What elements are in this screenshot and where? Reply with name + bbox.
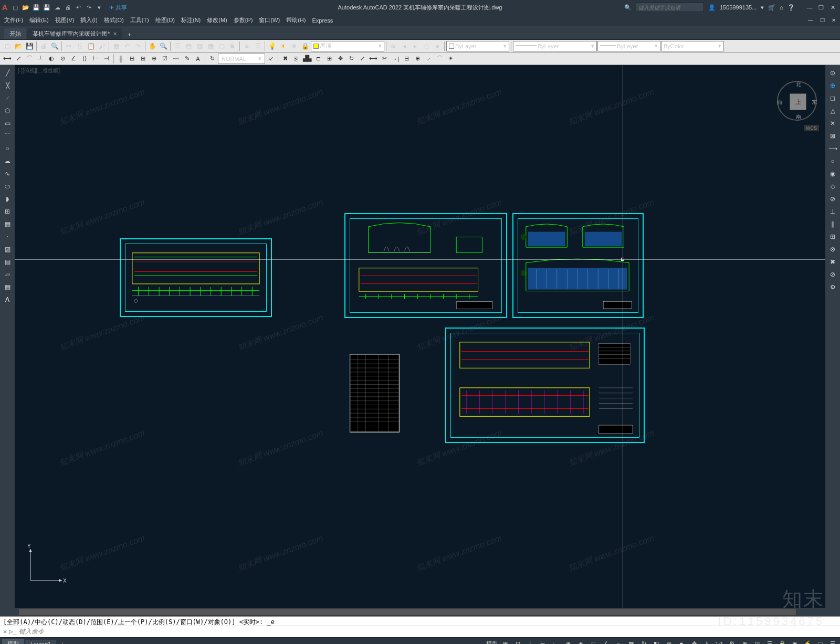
dim-space-icon[interactable]: ╫: [116, 54, 126, 64]
snap-nod-icon[interactable]: ⊗: [826, 244, 839, 255]
toolpalette-icon[interactable]: ▥: [194, 41, 205, 51]
undo-icon[interactable]: ↶: [74, 3, 83, 12]
layer-dropdown[interactable]: 屋顶 ▾: [311, 41, 384, 51]
dim-break-icon[interactable]: ⊟: [127, 54, 137, 64]
workspace-icon[interactable]: ⚙: [727, 639, 737, 645]
update-icon[interactable]: ↻: [207, 54, 217, 64]
menu-dimension[interactable]: 标注(N): [178, 15, 204, 25]
menu-express[interactable]: Express: [309, 16, 336, 25]
plot-icon[interactable]: 🖨: [63, 3, 72, 12]
scale-list-icon[interactable]: 1:1: [714, 639, 724, 645]
units-icon[interactable]: ⊡: [752, 639, 762, 645]
snap-from-icon[interactable]: ⊕: [826, 80, 839, 91]
mirror-icon[interactable]: ▟▙: [302, 54, 312, 64]
mtext-icon[interactable]: A: [1, 294, 14, 305]
dyn-ucs-icon[interactable]: ⊛: [664, 639, 674, 645]
wcs-label[interactable]: WCS: [804, 125, 819, 131]
explode-icon[interactable]: ✴: [445, 54, 456, 64]
close-button[interactable]: ✕: [827, 4, 838, 11]
preview-icon[interactable]: 🔍: [49, 41, 60, 51]
viewcube-top[interactable]: 上: [790, 93, 806, 110]
ortho-icon[interactable]: ∟: [550, 639, 561, 645]
gradient-icon[interactable]: ▤: [1, 256, 14, 268]
dim-arc-icon[interactable]: ⌒: [24, 54, 35, 64]
redo-icon[interactable]: ↷: [133, 41, 143, 51]
polar-icon[interactable]: ⊕: [563, 639, 573, 645]
menu-window[interactable]: 窗口(W): [256, 15, 283, 25]
paste-icon[interactable]: 📋: [86, 41, 96, 51]
xline-icon[interactable]: ╳: [1, 80, 14, 91]
otrack-icon[interactable]: ∠: [601, 639, 611, 645]
new-tab-button[interactable]: +: [123, 30, 135, 39]
model-label[interactable]: 模型: [486, 640, 498, 644]
array-icon[interactable]: ⊞: [324, 54, 334, 64]
undo-icon[interactable]: ↶: [122, 41, 132, 51]
menu-help[interactable]: 帮助(H): [283, 15, 309, 25]
viewport-label[interactable]: [-][俯视][二维线框]: [18, 67, 60, 75]
dim-ordinate-icon[interactable]: ┴: [35, 54, 46, 64]
table-icon[interactable]: ▦: [1, 281, 14, 293]
snap-temp-icon[interactable]: ⊙: [826, 67, 839, 79]
markup-icon[interactable]: ▢: [216, 41, 227, 51]
dim-radius-icon[interactable]: ◐: [46, 54, 57, 64]
dim-baseline-icon[interactable]: ⊢: [90, 54, 101, 64]
dim-continue-icon[interactable]: ⊣: [101, 54, 112, 64]
osnap-icon[interactable]: □: [588, 639, 598, 645]
menu-draw[interactable]: 绘图(D): [152, 15, 178, 25]
fillet-icon[interactable]: ⌒: [434, 54, 445, 64]
point-icon[interactable]: ⋅: [1, 231, 14, 242]
transparency-icon[interactable]: ▦: [626, 639, 636, 645]
customize-icon[interactable]: ☰: [827, 639, 838, 645]
line-icon[interactable]: ╱: [1, 67, 14, 79]
annoscale-icon[interactable]: 人: [701, 639, 712, 645]
command-handle-icon[interactable]: ✕: [3, 628, 7, 635]
horizontal-scrollbar[interactable]: [15, 608, 825, 616]
centermark-icon[interactable]: ⊕: [149, 54, 159, 64]
region-icon[interactable]: ▱: [1, 269, 14, 280]
pline-icon[interactable]: ⟋: [1, 92, 14, 104]
menu-format[interactable]: 格式(O): [101, 15, 127, 25]
ucs-icon[interactable]: X Y: [25, 544, 67, 587]
polygon-icon[interactable]: ⬠: [1, 105, 14, 117]
dim-linear-icon[interactable]: ⟷: [2, 54, 13, 64]
move-icon[interactable]: ✥: [335, 54, 345, 64]
share-button[interactable]: ✈ 共享: [109, 4, 127, 12]
menu-modify[interactable]: 修改(M): [204, 15, 230, 25]
layer-on-icon[interactable]: ●: [432, 41, 443, 51]
snap-geo-icon[interactable]: ◉: [826, 168, 839, 180]
snap-mid-icon[interactable]: △: [826, 105, 839, 117]
rect-icon[interactable]: ▭: [1, 118, 14, 129]
snap-end-icon[interactable]: ◻: [826, 92, 839, 104]
dimtedit-icon[interactable]: A: [193, 54, 203, 64]
open-icon[interactable]: 📂: [21, 3, 30, 12]
snap-appint-icon[interactable]: ⊠: [826, 130, 839, 142]
freeze-icon[interactable]: ❄: [289, 41, 299, 51]
properties-icon[interactable]: ☰: [172, 41, 183, 51]
redo-icon[interactable]: ↷: [84, 3, 93, 12]
ellipse-icon[interactable]: ⬭: [1, 181, 14, 192]
save-icon[interactable]: 💾: [32, 3, 41, 12]
cycle-icon[interactable]: ↻: [638, 639, 649, 645]
stretch-icon[interactable]: ⟷: [368, 54, 379, 64]
web-save-icon[interactable]: ☁: [52, 3, 62, 12]
break-icon[interactable]: ⊟: [401, 54, 412, 64]
circle-icon[interactable]: ○: [1, 143, 14, 154]
infer-icon[interactable]: ⊥: [525, 639, 536, 645]
iso-icon[interactable]: ◈: [575, 639, 586, 645]
saveas-icon[interactable]: 💾: [42, 3, 51, 12]
snap-nea-icon[interactable]: ✖: [826, 256, 839, 268]
inspect-icon[interactable]: ☑: [160, 54, 170, 64]
linetype-dropdown[interactable]: ByLayer ▾: [513, 41, 597, 51]
scale-icon[interactable]: ⤢: [357, 54, 368, 64]
dimstyle-icon[interactable]: ↙: [266, 54, 276, 64]
grid-mode-icon[interactable]: ⊞: [500, 639, 510, 645]
snap-per-icon[interactable]: ⊥: [826, 206, 839, 217]
help-search-input[interactable]: [636, 3, 704, 12]
dropdown-icon[interactable]: ▾: [761, 4, 764, 11]
app-home-icon[interactable]: ⌂: [780, 4, 783, 10]
lock-icon[interactable]: 🔒: [300, 41, 310, 51]
lineweight-dropdown[interactable]: ByLayer ▾: [597, 41, 660, 51]
layer-states-icon[interactable]: ☰: [253, 41, 263, 51]
zoom-icon[interactable]: 🔍: [158, 41, 169, 51]
isolate-icon[interactable]: ◉: [790, 639, 800, 645]
